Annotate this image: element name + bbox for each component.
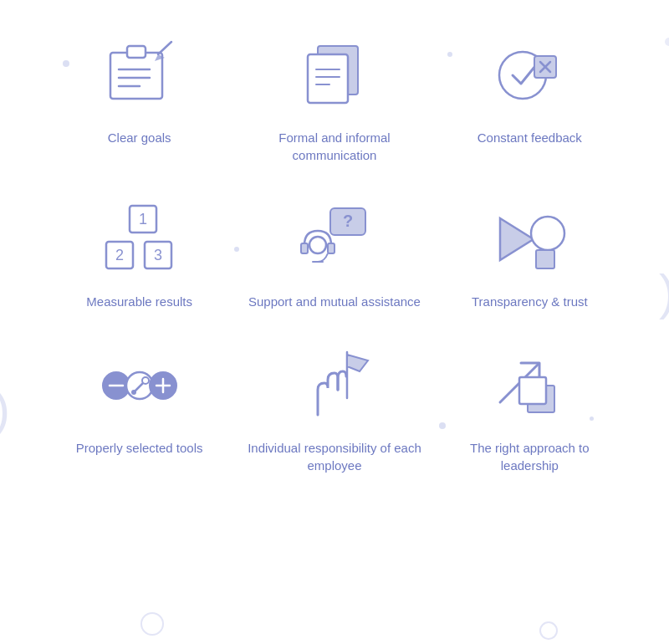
svg-text:1: 1 [139, 211, 147, 227]
svg-point-24 [309, 237, 326, 253]
hand-flag-icon [293, 348, 376, 423]
icon-area-clear-goals [89, 33, 190, 117]
label-properly-selected: Properly selected tools [76, 439, 203, 457]
card-constant-feedback: Constant feedback [441, 33, 619, 164]
icon-area-formal-informal [284, 33, 385, 117]
svg-point-34 [142, 377, 149, 384]
card-individual-responsibility: Individual responsibility of each employ… [245, 344, 423, 474]
arrow-squares-icon [488, 348, 571, 423]
label-support-mutual: Support and mutual assistance [248, 293, 421, 310]
svg-line-5 [158, 42, 171, 54]
card-measurable-results: 1 2 3 Measurable results [50, 197, 228, 310]
icon-area-constant-feedback [479, 33, 580, 117]
svg-point-35 [131, 390, 136, 395]
label-constant-feedback: Constant feedback [477, 129, 582, 146]
card-clear-goals: Clear goals [50, 33, 228, 164]
card-transparency-trust: Transparency & trust [441, 197, 619, 310]
svg-point-29 [531, 217, 564, 250]
label-formal-informal: Formal and informal communication [245, 129, 423, 164]
svg-rect-1 [127, 46, 146, 58]
cards-grid: Clear goals Formal and informal communic… [0, 0, 669, 508]
clipboard-icon [98, 38, 181, 113]
label-clear-goals: Clear goals [108, 129, 171, 146]
card-formal-informal: Formal and informal communication [245, 33, 423, 164]
tools-circles-icon [98, 348, 181, 423]
numbered-blocks-icon: 1 2 3 [98, 202, 181, 277]
shapes-arrow-icon [488, 202, 571, 277]
svg-rect-0 [110, 53, 162, 99]
svg-rect-26 [328, 243, 334, 253]
card-properly-selected: Properly selected tools [50, 344, 228, 474]
icon-area-individual-responsibility [284, 344, 385, 427]
svg-rect-30 [536, 250, 554, 268]
icon-area-measurable-results: 1 2 3 [89, 197, 190, 281]
icon-area-right-approach [479, 344, 580, 427]
svg-text:3: 3 [154, 247, 162, 263]
card-support-mutual: ? Support and mutual assistance [245, 197, 423, 310]
label-measurable-results: Measurable results [86, 293, 192, 310]
svg-text:?: ? [343, 212, 353, 230]
checkmark-x-icon [488, 38, 571, 113]
label-transparency-trust: Transparency & trust [472, 293, 588, 310]
svg-rect-42 [519, 377, 546, 404]
icon-area-transparency-trust [479, 197, 580, 281]
svg-text:2: 2 [115, 247, 124, 263]
svg-rect-25 [301, 243, 308, 253]
headset-question-icon: ? [293, 202, 376, 277]
icon-area-properly-selected [89, 344, 190, 427]
svg-marker-28 [500, 218, 534, 260]
icon-area-support-mutual: ? [284, 197, 385, 281]
card-right-approach: The right approach to leadership [441, 344, 619, 474]
documents-icon [293, 38, 376, 113]
svg-rect-8 [308, 54, 348, 103]
label-right-approach: The right approach to leadership [441, 439, 619, 474]
label-individual-responsibility: Individual responsibility of each employ… [245, 439, 423, 474]
